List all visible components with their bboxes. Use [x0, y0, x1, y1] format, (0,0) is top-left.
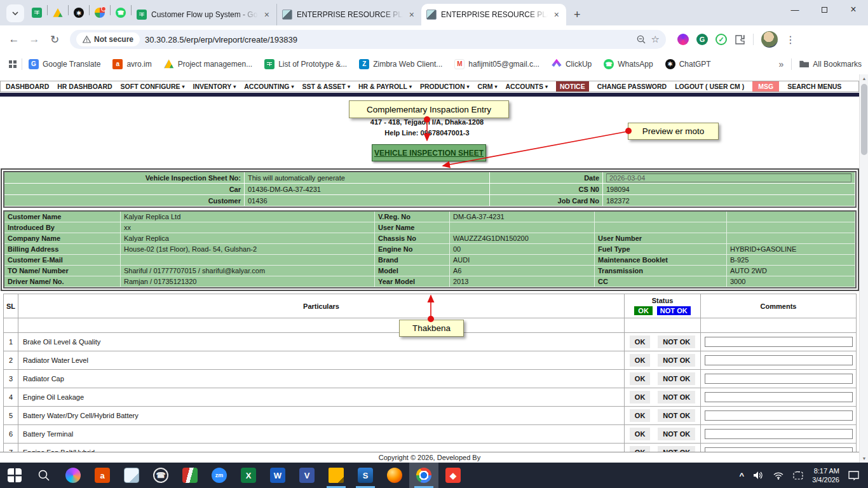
- bookmark-item[interactable]: Project managemen...: [164, 59, 252, 69]
- pinned-tab[interactable]: [90, 2, 110, 24]
- tab-close-icon[interactable]: ×: [262, 10, 271, 20]
- restore-button[interactable]: [810, 0, 839, 19]
- nav-item[interactable]: ACCOUNTS▾: [505, 83, 548, 90]
- taskbar-erp-app-icon[interactable]: [175, 463, 205, 488]
- nav-item[interactable]: PRODUCTION▾: [420, 83, 470, 90]
- forward-button[interactable]: →: [25, 30, 43, 48]
- bookmarks-overflow-icon[interactable]: »: [779, 59, 784, 69]
- notok-button[interactable]: NOT OK: [658, 372, 695, 385]
- back-button[interactable]: ←: [5, 30, 23, 48]
- taskbar-excel-icon[interactable]: X: [234, 463, 263, 488]
- zoom-page-icon[interactable]: [636, 34, 646, 44]
- grammarly-icon[interactable]: G: [696, 34, 708, 45]
- taskbar-chrome-icon[interactable]: [409, 463, 438, 488]
- pinned-tab[interactable]: ∗: [69, 2, 89, 24]
- bookmark-item[interactable]: ClickUp: [552, 59, 592, 69]
- taskbar-word-icon[interactable]: W: [263, 463, 292, 488]
- bookmark-item[interactable]: aavro.im: [112, 59, 151, 69]
- ok-button[interactable]: OK: [630, 409, 651, 422]
- ok-button[interactable]: OK: [630, 336, 651, 348]
- pinned-tab[interactable]: [48, 2, 68, 24]
- browser-tab[interactable]: ENTERPRISE RESOURCE PLANN×: [421, 4, 566, 25]
- not-secure-chip[interactable]: Not secure: [76, 32, 140, 46]
- comment-input[interactable]: [705, 410, 853, 421]
- nav-item[interactable]: SOFT CONFIGURE▾: [121, 83, 185, 90]
- apps-grid-icon[interactable]: [9, 60, 17, 68]
- bookmark-item[interactable]: Mhafijmit05@gmail.c...: [454, 59, 539, 69]
- taskbar-visio-icon[interactable]: V: [292, 463, 322, 488]
- address-bar[interactable]: Not secure 30.30.28.5/erp/erp/vlreport/c…: [70, 30, 666, 49]
- notok-button[interactable]: NOT OK: [658, 354, 695, 367]
- taskbar-whatsapp-icon[interactable]: ☎: [146, 463, 175, 488]
- notok-button[interactable]: NOT OK: [658, 391, 695, 403]
- nav-item[interactable]: CRM▾: [478, 83, 498, 90]
- bookmark-item[interactable]: ☎WhatsApp: [604, 59, 653, 69]
- tab-close-icon[interactable]: ×: [552, 10, 561, 20]
- nav-item[interactable]: CHANGE PASSWORD: [597, 83, 667, 90]
- close-button[interactable]: ×: [839, 0, 868, 19]
- browser-tab[interactable]: Customer Flow up System - Goo×: [132, 4, 276, 25]
- nav-item[interactable]: NOTICE: [556, 81, 589, 92]
- browser-tab[interactable]: ENTERPRISE RESOURCE PLANN×: [276, 4, 421, 25]
- nav-item[interactable]: HR & PAYROLL▾: [358, 83, 412, 90]
- bookmark-item[interactable]: ∗ChatGPT: [665, 59, 711, 69]
- nav-item[interactable]: HR DASHBOARD: [57, 83, 112, 90]
- speaker-icon[interactable]: [753, 471, 764, 480]
- taskbar-start-icon[interactable]: [0, 463, 29, 488]
- taskbar-s-app-icon[interactable]: S: [351, 463, 380, 488]
- new-tab-button[interactable]: +: [566, 8, 588, 25]
- bookmark-item[interactable]: ZZimbra Web Client...: [359, 59, 442, 69]
- ok-button[interactable]: OK: [630, 428, 651, 440]
- bookmark-item[interactable]: GGoogle Translate: [29, 59, 100, 69]
- nav-item[interactable]: SEARCH MENUS: [787, 83, 841, 90]
- wifi-icon[interactable]: [773, 471, 784, 480]
- minimize-button[interactable]: —: [780, 0, 810, 19]
- ok-button[interactable]: OK: [630, 354, 651, 367]
- vehicle-inspection-sheet-button[interactable]: VEHICLE INSPECTION SHEET: [372, 144, 486, 161]
- taskbar-copilot-icon[interactable]: [58, 463, 88, 488]
- tray-clock[interactable]: 8:17 AM 3/4/2026: [812, 466, 839, 484]
- notok-button[interactable]: NOT OK: [658, 336, 695, 348]
- nav-item[interactable]: LOGOUT ( USER CM ): [675, 83, 744, 90]
- nav-item[interactable]: ACCOUNTING▾: [244, 83, 294, 90]
- taskbar-avro-icon[interactable]: a: [88, 463, 117, 488]
- profile-avatar[interactable]: [761, 31, 778, 48]
- extensions-puzzle-icon[interactable]: [735, 34, 745, 45]
- page-scrollbar[interactable]: ▲ ▼: [859, 74, 868, 463]
- extension-leaf-icon[interactable]: ✓: [715, 34, 727, 45]
- taskbar-search-icon[interactable]: [29, 463, 58, 488]
- ime-language-icon[interactable]: [793, 471, 803, 480]
- notok-button[interactable]: NOT OK: [658, 409, 695, 422]
- date-input[interactable]: 2026-03-04: [606, 173, 851, 182]
- ok-button[interactable]: OK: [630, 372, 651, 385]
- nav-item[interactable]: DASHBOARD: [6, 83, 49, 90]
- bookmark-item[interactable]: List of Prototype &...: [264, 59, 347, 69]
- taskbar-everything-icon[interactable]: ◆: [438, 463, 468, 488]
- nav-item[interactable]: SST & ASSET▾: [302, 83, 349, 90]
- all-bookmarks-button[interactable]: All Bookmarks: [799, 60, 862, 69]
- scrollbar-down-icon[interactable]: ▼: [860, 456, 868, 461]
- extension-icon[interactable]: [677, 34, 689, 45]
- browser-menu-icon[interactable]: ⋮: [785, 34, 796, 46]
- notok-button[interactable]: NOT OK: [658, 428, 695, 440]
- comment-input[interactable]: [705, 429, 853, 439]
- scrollbar-up-icon[interactable]: ▲: [860, 76, 868, 81]
- scrollbar-thumb[interactable]: [861, 84, 867, 155]
- nav-item[interactable]: INVENTORY▾: [193, 83, 236, 90]
- tab-search-chevron-icon[interactable]: [6, 4, 24, 22]
- pinned-tab[interactable]: [27, 2, 47, 24]
- tab-close-icon[interactable]: ×: [407, 10, 416, 20]
- comment-input[interactable]: [705, 337, 853, 347]
- taskbar-sticky-notes-icon[interactable]: [322, 463, 351, 488]
- comment-input[interactable]: [705, 374, 853, 384]
- comment-input[interactable]: [705, 392, 853, 402]
- comment-input[interactable]: [705, 355, 853, 365]
- notification-center-icon[interactable]: [848, 471, 859, 480]
- pinned-tab[interactable]: ☎: [111, 2, 131, 24]
- reload-button[interactable]: ↻: [46, 30, 64, 48]
- ok-button[interactable]: OK: [630, 391, 651, 403]
- bookmark-star-icon[interactable]: ☆: [651, 34, 660, 45]
- tray-chevron-icon[interactable]: ^: [740, 471, 745, 480]
- taskbar-firefox-icon[interactable]: [380, 463, 409, 488]
- taskbar-notepad-icon[interactable]: [117, 463, 146, 488]
